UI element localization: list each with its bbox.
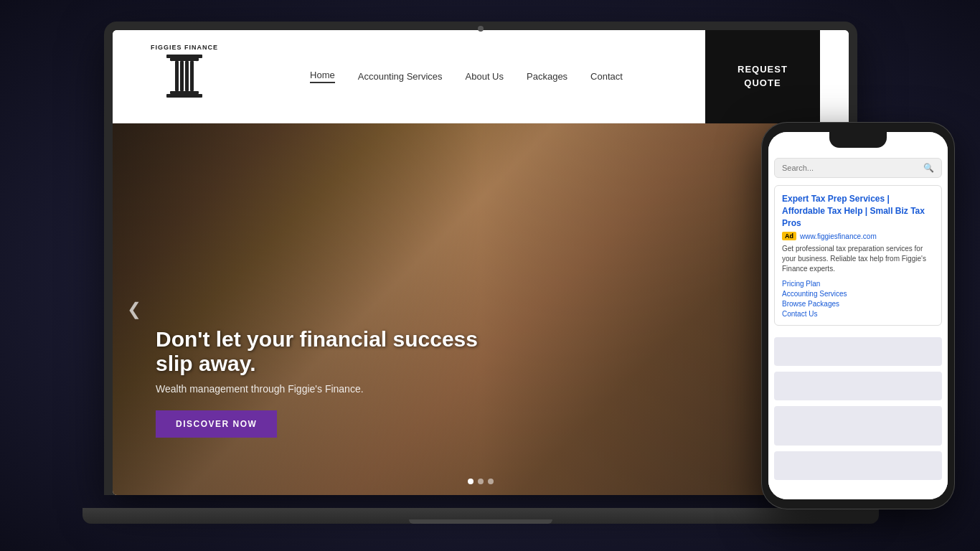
phone-notch bbox=[829, 132, 887, 148]
ad-description: Get professional tax preparation service… bbox=[782, 244, 934, 274]
svg-rect-1 bbox=[170, 58, 199, 61]
brand-name: FIGGIES FINANCE bbox=[151, 44, 218, 52]
ad-badge: Ad bbox=[782, 232, 796, 240]
discover-now-button[interactable]: DISCOVER NOW bbox=[156, 410, 277, 438]
hero-prev-arrow[interactable]: ❮ bbox=[127, 299, 141, 319]
hero-dots bbox=[468, 479, 494, 484]
request-quote-button[interactable]: REQUEST QUOTE bbox=[705, 30, 820, 123]
ad-link-pricing[interactable]: Pricing Plan bbox=[782, 280, 934, 288]
svg-rect-2 bbox=[175, 61, 179, 91]
hero-dot-2[interactable] bbox=[478, 479, 484, 484]
logo-icon bbox=[159, 52, 209, 109]
hero-dot-1[interactable] bbox=[468, 479, 473, 484]
svg-rect-5 bbox=[185, 61, 189, 91]
hero-content: Don't let your financial success slip aw… bbox=[156, 327, 514, 438]
laptop-base bbox=[83, 508, 879, 524]
main-nav: Home Accounting Services About Us Packag… bbox=[310, 70, 623, 83]
ad-card: Expert Tax Prep Services | Affordable Ta… bbox=[774, 185, 942, 326]
svg-rect-3 bbox=[190, 61, 194, 91]
ad-link-contact[interactable]: Contact Us bbox=[782, 310, 934, 318]
hero-dot-3[interactable] bbox=[488, 479, 494, 484]
nav-about[interactable]: About Us bbox=[466, 71, 504, 82]
laptop-body: FIGGIES FINANCE bbox=[104, 22, 857, 495]
ad-url[interactable]: www.figgiesfinance.com bbox=[800, 232, 877, 240]
phone-placeholder-bars bbox=[774, 337, 942, 480]
phone-screen: 🔍 Expert Tax Prep Services | Affordable … bbox=[768, 132, 948, 499]
phone-placeholder-bar-2 bbox=[774, 372, 942, 400]
ad-links: Pricing Plan Accounting Services Browse … bbox=[782, 280, 934, 318]
ad-link-packages[interactable]: Browse Packages bbox=[782, 300, 934, 308]
svg-rect-6 bbox=[170, 91, 199, 94]
search-icon: 🔍 bbox=[923, 163, 934, 173]
phone-placeholder-bar-3 bbox=[774, 406, 942, 446]
phone-device: 🔍 Expert Tax Prep Services | Affordable … bbox=[761, 122, 955, 509]
hero-title: Don't let your financial success slip aw… bbox=[156, 327, 514, 376]
svg-rect-7 bbox=[166, 94, 202, 98]
logo-area: FIGGIES FINANCE bbox=[141, 44, 227, 109]
site-header: FIGGIES FINANCE bbox=[113, 30, 849, 123]
phone-search-input[interactable] bbox=[782, 164, 923, 172]
hero-subtitle: Wealth management through Figgie's Finan… bbox=[156, 383, 514, 395]
laptop-device: FIGGIES FINANCE bbox=[104, 22, 857, 524]
ad-badge-row: Ad www.figgiesfinance.com bbox=[782, 232, 934, 240]
laptop-screen: FIGGIES FINANCE bbox=[113, 30, 849, 495]
phone-placeholder-bar-1 bbox=[774, 337, 942, 366]
nav-home[interactable]: Home bbox=[310, 70, 335, 83]
hero-section: ❮ Don't let your financial success slip … bbox=[113, 123, 849, 495]
svg-rect-4 bbox=[180, 61, 184, 91]
phone-search-bar[interactable]: 🔍 bbox=[774, 158, 942, 178]
nav-accounting[interactable]: Accounting Services bbox=[358, 71, 443, 82]
phone-placeholder-bar-4 bbox=[774, 451, 942, 480]
hero-overlay bbox=[113, 123, 849, 495]
ad-title[interactable]: Expert Tax Prep Services | Affordable Ta… bbox=[782, 193, 934, 229]
laptop-camera bbox=[478, 26, 484, 32]
ad-link-accounting[interactable]: Accounting Services bbox=[782, 290, 934, 298]
nav-contact[interactable]: Contact bbox=[590, 71, 623, 82]
nav-packages[interactable]: Packages bbox=[527, 71, 567, 82]
website-content: FIGGIES FINANCE bbox=[113, 30, 849, 495]
phone-content: 🔍 Expert Tax Prep Services | Affordable … bbox=[768, 152, 948, 499]
